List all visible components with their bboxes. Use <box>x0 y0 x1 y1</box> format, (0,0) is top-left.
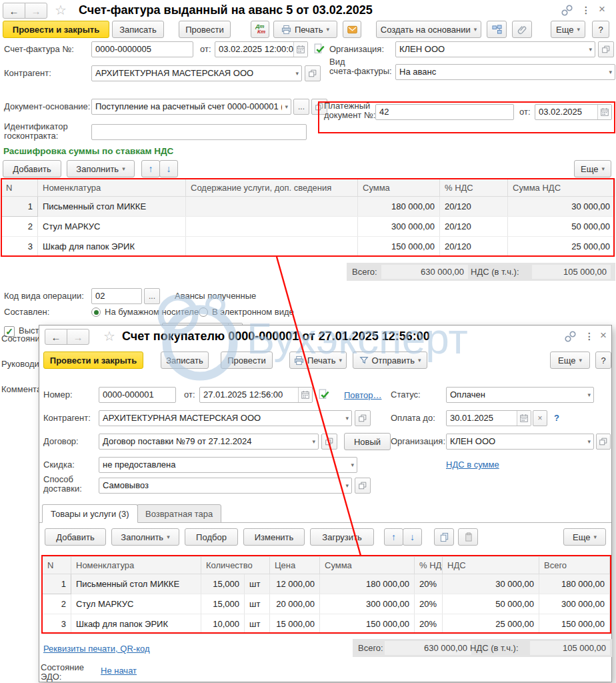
org-input[interactable]: КЛЕН ООО▾ <box>446 434 594 450</box>
delivery-input[interactable]: Самовывоз▾ <box>99 478 352 494</box>
fill-button[interactable]: Заполнить▾ <box>111 528 179 546</box>
status-input[interactable]: Оплачен▾ <box>446 387 594 403</box>
col-quantity[interactable]: Количество <box>201 557 270 574</box>
base-doc-input[interactable]: Поступление на расчетный счет 0000-00000… <box>91 99 291 115</box>
help-button[interactable]: ? <box>595 352 611 369</box>
post-and-close-button[interactable]: Провести и закрыть <box>43 352 143 369</box>
move-up-button[interactable]: ↑ <box>141 160 160 177</box>
close-icon[interactable]: × <box>600 330 607 341</box>
contract-input[interactable]: Договор поставки №79 от 27.12.2024▾ <box>99 434 319 450</box>
col-vat-rate[interactable]: % НДС <box>440 179 508 197</box>
op-code-dots-button[interactable]: ... <box>144 288 160 304</box>
col-n[interactable]: N <box>43 557 71 574</box>
col-nomenclature[interactable]: Номенклатура <box>38 179 186 197</box>
op-code-input[interactable]: 02 <box>91 288 142 304</box>
col-service-content[interactable]: Содержание услуги, доп. сведения <box>186 179 358 197</box>
org-open-button[interactable] <box>598 41 614 57</box>
vat-in-sum-link[interactable]: НДС в сумме <box>446 460 499 470</box>
counterparty-input[interactable]: АРХИТЕКТУРНАЯ МАСТЕРСКАЯ ООО▾ <box>91 65 302 81</box>
repeat-link[interactable]: Повтор… <box>344 390 381 401</box>
delivery-open-button[interactable] <box>355 478 371 494</box>
number-input[interactable]: 0000-000001 <box>99 387 176 403</box>
table-more-button[interactable]: Еще▾ <box>563 528 606 546</box>
copy-rows-button[interactable] <box>434 528 454 546</box>
edo-status-link[interactable]: Не начат <box>101 666 137 676</box>
post-button[interactable]: Провести <box>221 352 273 369</box>
new-contract-button[interactable]: Новый <box>344 433 391 450</box>
radio-paper[interactable] <box>91 307 101 317</box>
date-input[interactable]: 27.01.2025 12:56:00 <box>199 387 313 403</box>
close-icon[interactable]: × <box>599 4 605 15</box>
post-and-close-button[interactable]: Провести и закрыть <box>3 21 109 38</box>
post-button[interactable]: Провести <box>179 21 231 38</box>
kebab-menu-icon[interactable]: ⋮ <box>585 331 594 342</box>
save-button[interactable]: Записать <box>112 21 164 38</box>
col-nomenclature[interactable]: Номенклатура <box>71 557 201 574</box>
calendar-icon[interactable] <box>298 388 312 402</box>
calendar-icon[interactable] <box>293 42 307 57</box>
counterparty-input[interactable]: АРХИТЕКТУРНАЯ МАСТЕРСКАЯ ООО▾ <box>99 410 352 426</box>
tab-returnable-tare[interactable]: Возвратная тара <box>137 504 221 523</box>
contract-open-button[interactable] <box>321 434 337 450</box>
move-down-button[interactable]: ↓ <box>403 528 422 546</box>
counterparty-open-button[interactable] <box>355 410 371 426</box>
kebab-menu-icon[interactable]: ⋮ <box>581 5 591 15</box>
calendar-icon[interactable] <box>517 411 531 426</box>
table-row[interactable]: 3 Шкаф для папок ЭРИК 150 000,00 20/120 … <box>1 237 615 257</box>
more-button[interactable]: Еще▾ <box>550 352 590 369</box>
table-more-button[interactable]: Еще▾ <box>574 160 611 177</box>
move-up-button[interactable]: ↑ <box>384 528 403 546</box>
invoice-date-input[interactable]: 03.02.2025 12:00:00 <box>215 41 308 57</box>
col-n[interactable]: N <box>1 179 38 197</box>
report-structure-button[interactable] <box>487 21 507 38</box>
calendar-icon[interactable] <box>597 105 611 119</box>
gov-contract-input[interactable] <box>91 124 307 140</box>
table-row[interactable]: 2 Стул МАРКУС 15,000 шт 20 000,00 300 00… <box>43 594 610 614</box>
pay-doc-no-input[interactable]: 42 <box>375 104 514 120</box>
add-row-button[interactable]: Добавить <box>45 528 106 546</box>
forward-arrow-icon[interactable]: → <box>25 3 47 19</box>
col-sum[interactable]: Сумма <box>320 557 415 574</box>
clear-date-button[interactable]: × <box>533 410 547 426</box>
col-price[interactable]: Цена <box>270 557 320 574</box>
tab-goods-services[interactable]: Товары и услуги (3) <box>42 504 138 523</box>
print-button[interactable]: Печать▾ <box>273 21 337 38</box>
print-requisites-link[interactable]: Реквизиты печати, QR-код <box>43 644 150 654</box>
paste-rows-button[interactable] <box>458 528 478 546</box>
forward-arrow-icon[interactable]: → <box>67 329 89 345</box>
send-button[interactable]: Отправить▾ <box>353 352 427 369</box>
back-arrow-icon[interactable]: ← <box>3 3 25 19</box>
edit-button[interactable]: Изменить <box>243 528 305 546</box>
create-based-on-button[interactable]: Создать на основании▾ <box>376 21 481 38</box>
attachments-button[interactable] <box>512 21 532 38</box>
fill-button[interactable]: Заполнить▾ <box>67 160 135 177</box>
discount-input[interactable]: не предоставлена▾ <box>99 457 357 473</box>
pay-doc-date-input[interactable]: 03.02.2025 <box>535 104 612 120</box>
table-row[interactable]: 2 Стул МАРКУС 300 000,00 20/120 50 000,0… <box>1 217 615 237</box>
link-icon[interactable] <box>565 331 576 344</box>
pay-due-input[interactable]: 30.01.2025 <box>446 410 531 426</box>
move-down-button[interactable]: ↓ <box>159 160 178 177</box>
favorite-star-icon[interactable]: ☆ <box>103 329 115 343</box>
back-arrow-icon[interactable]: ← <box>45 329 67 345</box>
table-row[interactable]: 1 Письменный стол МИККЕ 15,000 шт 12 000… <box>43 574 610 594</box>
pick-button[interactable]: Подбор <box>185 528 238 546</box>
load-button[interactable]: Загрузить <box>310 528 374 546</box>
pay-due-help[interactable]: ? <box>554 413 559 423</box>
col-sum[interactable]: Сумма <box>358 179 440 197</box>
table-row[interactable]: 3 Шкаф для папок ЭРИК 10,000 шт 15 000,0… <box>43 614 610 634</box>
base-doc-dots-button[interactable]: ... <box>293 99 309 115</box>
org-open-button[interactable] <box>596 434 611 450</box>
print-button[interactable]: Печать▾ <box>289 352 347 369</box>
col-vat-sum[interactable]: Сумма НДС <box>508 179 615 197</box>
favorite-star-icon[interactable]: ☆ <box>55 3 67 17</box>
counterparty-open-button[interactable] <box>305 65 321 81</box>
col-total[interactable]: Всего <box>539 557 610 574</box>
help-button[interactable]: ? <box>592 21 609 38</box>
col-vat-rate[interactable]: % НДС <box>415 557 443 574</box>
table-row[interactable]: 1 Письменный стол МИККЕ 180 000,00 20/12… <box>1 197 615 217</box>
dt-kt-button[interactable]: ДтКт <box>251 21 269 38</box>
kind-input[interactable]: На аванс▾ <box>395 64 615 80</box>
link-icon[interactable] <box>561 5 573 18</box>
invoice-no-input[interactable]: 0000-0000005 <box>91 41 193 57</box>
